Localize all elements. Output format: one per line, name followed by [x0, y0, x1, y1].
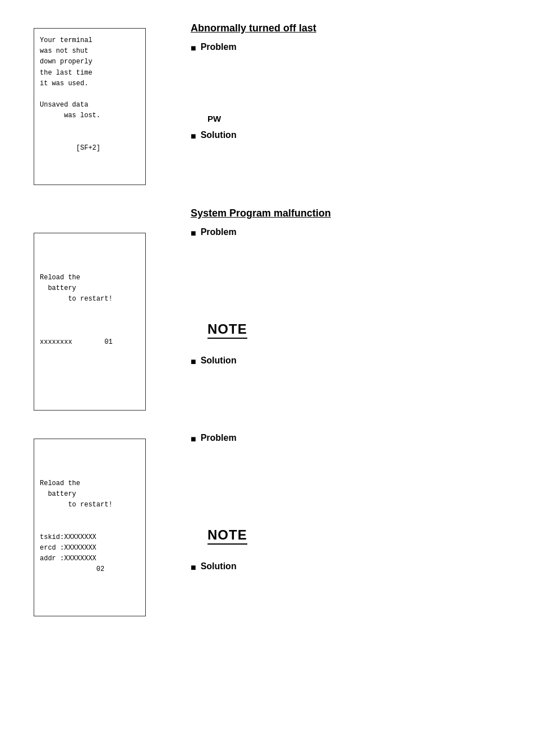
- sub-section-1: Reload the battery to restart! xxxxxxxx …: [0, 227, 535, 411]
- problem-spacer-3b: [191, 488, 535, 522]
- section-2-title-row: System Program malfunction: [0, 208, 535, 227]
- solution-block-1: ■ Solution: [191, 130, 535, 141]
- solution-icon-1: ■: [191, 131, 196, 141]
- problem-icon-2: ■: [191, 228, 196, 238]
- page-container: Your terminal was not shut down properly…: [0, 0, 535, 756]
- terminal-box-1: Your terminal was not shut down properly…: [34, 28, 146, 185]
- problem-spacer-2: [191, 248, 535, 282]
- note-text-2: NOTE: [207, 527, 247, 545]
- note-solution-spacer-2: [191, 552, 535, 561]
- solution-icon-2: ■: [191, 357, 196, 367]
- note-element-1: NOTE: [207, 321, 247, 339]
- solution-label-1: Solution: [201, 130, 237, 140]
- content-panel-1: Abnormally turned off last ■ Problem PW …: [191, 22, 535, 185]
- problem-label-2: Problem: [201, 227, 237, 237]
- terminal-box-2: Reload the battery to restart! xxxxxxxx …: [34, 233, 146, 411]
- solution-label-3: Solution: [201, 561, 237, 571]
- sub-section-2: Reload the battery to restart! tskid:XXX…: [0, 433, 535, 616]
- pw-label: PW: [207, 114, 535, 123]
- problem-spacer-2b: [191, 282, 535, 316]
- problem-label-3: Problem: [201, 433, 237, 443]
- solution-block-2: ■ Solution: [191, 356, 535, 367]
- problem-icon-1: ■: [191, 43, 196, 53]
- note-text-1: NOTE: [207, 321, 247, 339]
- section-title-1: Abnormally turned off last: [191, 22, 535, 34]
- section-2-left-spacer: [34, 208, 146, 227]
- problem-icon-3: ■: [191, 434, 196, 444]
- problem-block-1: ■ Problem: [191, 42, 535, 53]
- solution-spacer-3: [191, 583, 535, 616]
- problem-block-2: ■ Problem: [191, 227, 535, 238]
- solution-block-3: ■ Solution: [191, 561, 535, 573]
- note-element-2: NOTE: [207, 527, 247, 545]
- content-panel-3: ■ Problem NOTE ■ Solution: [191, 433, 535, 616]
- problem-spacer-1: [191, 63, 535, 97]
- solution-spacer-1: [191, 151, 535, 185]
- solution-spacer-2: [191, 377, 535, 411]
- solution-icon-3: ■: [191, 563, 196, 573]
- section-system-program: System Program malfunction Reload the ba…: [0, 208, 535, 616]
- section-abnormally-turned-off: Your terminal was not shut down properly…: [0, 22, 535, 185]
- section-title-2: System Program malfunction: [191, 208, 535, 219]
- solution-label-2: Solution: [201, 356, 237, 366]
- problem-block-3: ■ Problem: [191, 433, 535, 444]
- problem-spacer-3: [191, 454, 535, 488]
- note-solution-spacer-1: [191, 347, 535, 356]
- terminal-box-3: Reload the battery to restart! tskid:XXX…: [34, 439, 146, 616]
- content-panel-2-title: System Program malfunction: [191, 208, 535, 227]
- content-panel-2: ■ Problem NOTE ■ Solution: [191, 227, 535, 411]
- problem-label-1: Problem: [201, 42, 237, 52]
